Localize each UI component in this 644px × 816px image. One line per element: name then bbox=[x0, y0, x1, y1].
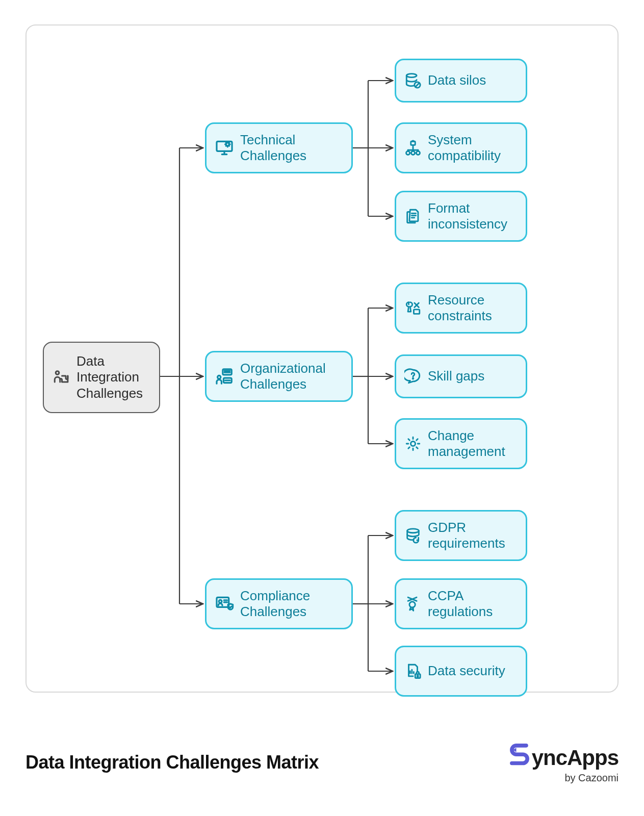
cat-label: Technical Challenges bbox=[240, 132, 341, 164]
monitor-gear-icon bbox=[215, 138, 234, 158]
svg-point-0 bbox=[56, 371, 59, 375]
leaf-label: System compatibility bbox=[428, 132, 516, 164]
svg-point-18 bbox=[409, 602, 415, 607]
leaf-label: Format inconsistency bbox=[428, 200, 516, 232]
leaf-data-security: Data security bbox=[395, 646, 527, 697]
question-bubble-icon bbox=[404, 368, 422, 385]
svg-point-12 bbox=[411, 151, 415, 155]
leaf-label: Data silos bbox=[428, 72, 516, 88]
leaf-label: Resource constraints bbox=[428, 292, 516, 324]
cat-label: Organizational Challenges bbox=[240, 361, 341, 392]
svg-point-16 bbox=[410, 441, 415, 446]
tools-icon bbox=[404, 299, 422, 317]
leaf-label: Skill gaps bbox=[428, 368, 516, 384]
leaf-system-compat: System compatibility bbox=[395, 122, 527, 173]
leaf-label: Change management bbox=[428, 428, 516, 460]
leaf-label: Data security bbox=[428, 663, 516, 679]
leaf-label: CCPA regulations bbox=[428, 588, 516, 620]
root-node: Data Integration Challenges bbox=[43, 342, 160, 413]
team-chat-icon bbox=[215, 367, 234, 386]
leaf-format-inconsistency: Format inconsistency bbox=[395, 191, 527, 242]
root-label: Data Integration Challenges bbox=[76, 353, 149, 401]
leaf-skill-gaps: Skill gaps bbox=[395, 354, 527, 398]
logo-text-apps: Apps bbox=[567, 746, 619, 770]
svg-point-7 bbox=[219, 600, 222, 603]
svg-rect-14 bbox=[414, 310, 419, 314]
gear-icon bbox=[404, 435, 422, 452]
logo: ync Apps by Cazoomi bbox=[506, 741, 619, 784]
leaf-data-silos: Data silos bbox=[395, 59, 527, 103]
svg-point-8 bbox=[406, 74, 417, 78]
logo-text-sync: ync bbox=[532, 746, 567, 770]
certificate-icon bbox=[404, 595, 422, 613]
diagram-frame: Data Integration Challenges Technical Ch… bbox=[25, 24, 619, 693]
network-lock-icon bbox=[404, 139, 422, 157]
svg-point-4 bbox=[218, 375, 221, 378]
leaf-change-management: Change management bbox=[395, 418, 527, 469]
database-sync-icon bbox=[404, 527, 422, 544]
leaf-ccpa: CCPA regulations bbox=[395, 578, 527, 629]
logo-wordmark: ync Apps bbox=[506, 741, 619, 774]
footer: Data Integration Challenges Matrix ync A… bbox=[25, 734, 619, 790]
id-shield-icon bbox=[215, 594, 234, 614]
page-title: Data Integration Challenges Matrix bbox=[25, 752, 319, 773]
svg-point-17 bbox=[407, 529, 419, 533]
documents-icon bbox=[404, 208, 422, 225]
cat-label: Compliance Challenges bbox=[240, 588, 341, 620]
cat-technical: Technical Challenges bbox=[205, 122, 353, 173]
leaf-resource-constraints: Resource constraints bbox=[395, 283, 527, 334]
data-lock-icon bbox=[404, 662, 422, 680]
svg-point-15 bbox=[413, 378, 414, 379]
svg-point-20 bbox=[417, 675, 418, 676]
leaf-label: GDPR requirements bbox=[428, 520, 516, 551]
cat-organizational: Organizational Challenges bbox=[205, 351, 353, 402]
cat-compliance: Compliance Challenges bbox=[205, 578, 353, 629]
puzzle-person-icon bbox=[52, 368, 70, 387]
leaf-gdpr: GDPR requirements bbox=[395, 510, 527, 561]
logo-byline: by Cazoomi bbox=[564, 772, 619, 784]
logo-s-icon bbox=[506, 740, 533, 773]
database-blocked-icon bbox=[404, 72, 422, 89]
